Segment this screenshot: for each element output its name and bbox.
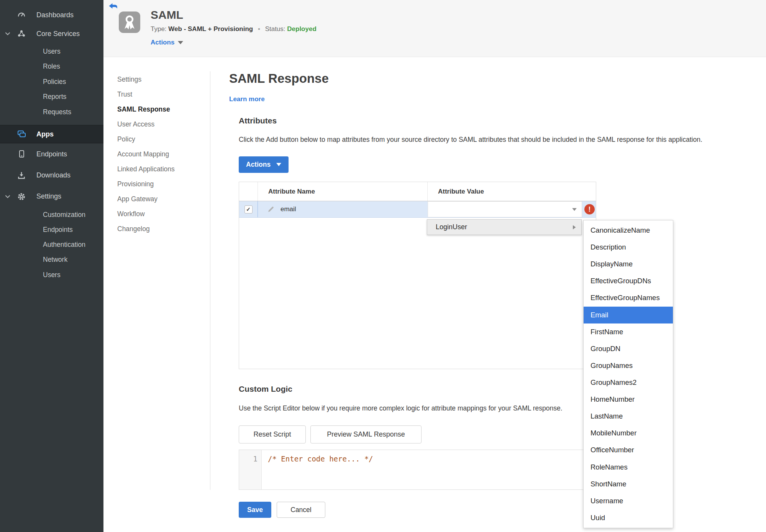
chevron-down-icon [0, 195, 17, 199]
menu-item-groupdn[interactable]: GroupDN [584, 340, 673, 357]
menu-item-mobilenumber[interactable]: MobileNumber [584, 425, 673, 442]
status-badge: Deployed [287, 25, 317, 33]
sidebar-item-label: Apps [36, 130, 103, 138]
sidebar-item-label: Downloads [36, 171, 103, 179]
menu-item-canonicalizename[interactable]: CanonicalizeName [584, 222, 673, 239]
column-header-attribute-value: Attribute Value [428, 182, 596, 201]
learn-more-link[interactable]: Learn more [229, 95, 265, 103]
menu-item-username[interactable]: Username [584, 493, 673, 509]
tab-linked-applications[interactable]: Linked Applications [117, 162, 175, 177]
sidebar-item-settings-users[interactable]: Users [0, 267, 103, 282]
download-icon [17, 171, 28, 180]
tab-account-mapping[interactable]: Account Mapping [117, 147, 175, 162]
sidebar-item-policies[interactable]: Policies [0, 74, 103, 89]
attributes-description: Click the Add button below to map attrib… [239, 136, 739, 144]
menu-item-description[interactable]: Description [584, 239, 673, 256]
menu-item-groupnames[interactable]: GroupNames [584, 357, 673, 374]
back-arrow-icon[interactable] [109, 3, 118, 11]
select-column-header [239, 182, 258, 201]
menu-item-effectivegroupnames[interactable]: EffectiveGroupNames [584, 289, 673, 306]
context-menu-loginuser[interactable]: LoginUser [427, 219, 582, 235]
sidebar-item-users[interactable]: Users [0, 44, 103, 59]
editor-code-area[interactable]: /* Enter code here... */ [262, 450, 596, 489]
sidebar-item-apps-selected[interactable]: Apps [0, 125, 103, 143]
sidebar-item-reports[interactable]: Reports [0, 89, 103, 104]
caret-down-icon [178, 41, 183, 44]
type-label: Type: [151, 25, 167, 33]
apps-stack-icon [17, 130, 28, 139]
attributes-actions-button[interactable]: Actions [239, 156, 289, 173]
sidebar-item-roles[interactable]: Roles [0, 59, 103, 74]
tab-app-gateway[interactable]: App Gateway [117, 192, 175, 207]
saml-app-ribbon-icon [119, 11, 140, 33]
sidebar-item-settings[interactable]: Settings [0, 186, 103, 207]
menu-item-displayname[interactable]: DisplayName [584, 256, 673, 273]
menu-item-officenumber[interactable]: OfficeNumber [584, 442, 673, 458]
save-button[interactable]: Save [239, 502, 271, 518]
editor-line-number: 1 [253, 455, 258, 463]
save-label: Save [247, 506, 263, 514]
sidebar-item-downloads[interactable]: Downloads [0, 165, 103, 186]
reset-script-label: Reset Script [253, 430, 291, 438]
attributes-table: Attribute Name Attribute Value ✓ email ! [239, 182, 596, 369]
tab-policy[interactable]: Policy [117, 132, 175, 147]
menu-item-shortname[interactable]: ShortName [584, 476, 673, 493]
context-menu-label: LoginUser [436, 223, 467, 231]
tab-workflow[interactable]: Workflow [117, 207, 175, 222]
submenu-arrow-icon [573, 225, 576, 230]
row-select-cell: ✓ [239, 201, 258, 217]
edit-pencil-icon[interactable] [267, 205, 275, 213]
sidebar-item-authentication[interactable]: Authentication [0, 237, 103, 252]
core-services-cluster-icon [17, 29, 28, 38]
script-editor: 1 /* Enter code here... */ [239, 450, 596, 490]
sidebar-item-core-services[interactable]: Core Services [0, 24, 103, 44]
sidebar-item-settings-endpoints[interactable]: Endpoints [0, 222, 103, 237]
sidebar: Dashboards Core Services Users Roles Pol… [0, 0, 103, 532]
endpoint-device-icon [17, 149, 28, 159]
caret-down-icon [572, 208, 577, 211]
menu-item-rolenames[interactable]: RoleNames [584, 459, 673, 476]
app-root: Dashboards Core Services Users Roles Pol… [0, 0, 766, 532]
sidebar-item-network[interactable]: Network [0, 252, 103, 267]
column-header-attribute-name: Attribute Name [258, 182, 428, 201]
app-subnav: Settings Trust SAML Response User Access… [117, 72, 175, 236]
sidebar-item-endpoints[interactable]: Endpoints [0, 143, 103, 165]
sidebar-item-requests[interactable]: Requests [0, 104, 103, 120]
status-label: Status: [265, 25, 285, 33]
subnav-divider [210, 71, 210, 490]
sidebar-item-label: Core Services [36, 30, 103, 38]
menu-item-firstname[interactable]: FirstName [584, 323, 673, 340]
meta-separator: • [258, 25, 260, 33]
attribute-submenu: CanonicalizeName Description DisplayName… [583, 220, 673, 528]
menu-item-uuid[interactable]: Uuid [584, 509, 673, 526]
cancel-button[interactable]: Cancel [277, 502, 325, 518]
app-meta: Type: Web - SAML + Provisioning • Status… [151, 25, 317, 33]
tab-changelog[interactable]: Changelog [117, 222, 175, 236]
menu-item-effectivegroupdns[interactable]: EffectiveGroupDNs [584, 273, 673, 289]
sidebar-item-label: Settings [36, 192, 103, 200]
tab-trust[interactable]: Trust [117, 87, 175, 102]
sidebar-item-dashboards[interactable]: Dashboards [0, 6, 103, 24]
row-checkbox[interactable]: ✓ [244, 205, 253, 213]
menu-item-lastname[interactable]: LastName [584, 408, 673, 425]
tab-settings[interactable]: Settings [117, 72, 175, 87]
menu-item-homenumber[interactable]: HomeNumber [584, 391, 673, 408]
page-title: SAML Response [229, 71, 329, 86]
sidebar-item-customization[interactable]: Customization [0, 207, 103, 222]
tab-provisioning[interactable]: Provisioning [117, 177, 175, 192]
header-actions-label: Actions [151, 39, 174, 46]
reset-script-button[interactable]: Reset Script [239, 425, 306, 443]
header-actions-menu[interactable]: Actions [151, 39, 183, 46]
preview-saml-response-label: Preview SAML Response [327, 430, 405, 438]
attribute-value-dropdown[interactable] [428, 201, 582, 217]
preview-saml-response-button[interactable]: Preview SAML Response [310, 425, 422, 443]
tab-saml-response[interactable]: SAML Response [117, 102, 175, 117]
type-value: Web - SAML + Provisioning [168, 25, 253, 33]
app-header: SAML Type: Web - SAML + Provisioning • S… [103, 0, 766, 57]
tab-user-access[interactable]: User Access [117, 117, 175, 132]
gear-icon [17, 192, 28, 201]
menu-item-groupnames2[interactable]: GroupNames2 [584, 374, 673, 391]
menu-item-email-selected[interactable]: Email [584, 307, 673, 323]
editor-gutter: 1 [239, 450, 262, 489]
attributes-actions-label: Actions [246, 161, 271, 169]
